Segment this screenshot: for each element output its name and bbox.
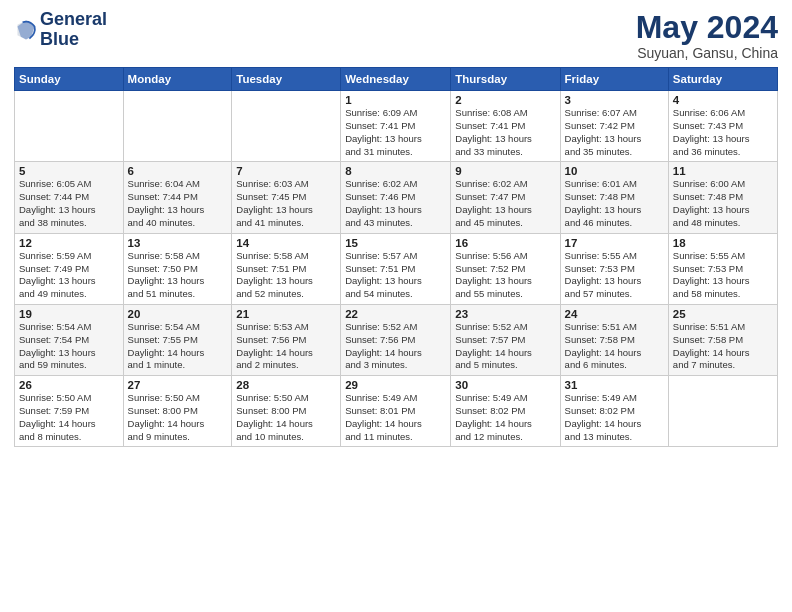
day-number: 5 — [19, 165, 119, 177]
day-info: Sunrise: 5:58 AM Sunset: 7:51 PM Dayligh… — [236, 250, 336, 301]
day-info: Sunrise: 5:49 AM Sunset: 8:02 PM Dayligh… — [455, 392, 555, 443]
day-number: 6 — [128, 165, 228, 177]
calendar-cell: 27Sunrise: 5:50 AM Sunset: 8:00 PM Dayli… — [123, 376, 232, 447]
day-number: 13 — [128, 237, 228, 249]
logo-icon — [14, 18, 38, 42]
calendar-week-3: 12Sunrise: 5:59 AM Sunset: 7:49 PM Dayli… — [15, 233, 778, 304]
calendar-cell: 30Sunrise: 5:49 AM Sunset: 8:02 PM Dayli… — [451, 376, 560, 447]
day-info: Sunrise: 6:02 AM Sunset: 7:47 PM Dayligh… — [455, 178, 555, 229]
day-number: 30 — [455, 379, 555, 391]
calendar-cell: 28Sunrise: 5:50 AM Sunset: 8:00 PM Dayli… — [232, 376, 341, 447]
day-info: Sunrise: 6:07 AM Sunset: 7:42 PM Dayligh… — [565, 107, 664, 158]
day-info: Sunrise: 5:57 AM Sunset: 7:51 PM Dayligh… — [345, 250, 446, 301]
day-info: Sunrise: 6:04 AM Sunset: 7:44 PM Dayligh… — [128, 178, 228, 229]
day-number: 4 — [673, 94, 773, 106]
calendar-cell: 7Sunrise: 6:03 AM Sunset: 7:45 PM Daylig… — [232, 162, 341, 233]
location: Suyuan, Gansu, China — [636, 45, 778, 61]
day-info: Sunrise: 6:02 AM Sunset: 7:46 PM Dayligh… — [345, 178, 446, 229]
calendar-cell: 17Sunrise: 5:55 AM Sunset: 7:53 PM Dayli… — [560, 233, 668, 304]
calendar-cell: 1Sunrise: 6:09 AM Sunset: 7:41 PM Daylig… — [341, 91, 451, 162]
day-number: 31 — [565, 379, 664, 391]
day-info: Sunrise: 6:03 AM Sunset: 7:45 PM Dayligh… — [236, 178, 336, 229]
day-info: Sunrise: 6:09 AM Sunset: 7:41 PM Dayligh… — [345, 107, 446, 158]
calendar-week-5: 26Sunrise: 5:50 AM Sunset: 7:59 PM Dayli… — [15, 376, 778, 447]
calendar-cell: 26Sunrise: 5:50 AM Sunset: 7:59 PM Dayli… — [15, 376, 124, 447]
calendar-cell: 6Sunrise: 6:04 AM Sunset: 7:44 PM Daylig… — [123, 162, 232, 233]
day-number: 27 — [128, 379, 228, 391]
day-info: Sunrise: 5:51 AM Sunset: 7:58 PM Dayligh… — [673, 321, 773, 372]
day-number: 7 — [236, 165, 336, 177]
logo: General Blue — [14, 10, 107, 50]
day-number: 28 — [236, 379, 336, 391]
calendar-cell: 3Sunrise: 6:07 AM Sunset: 7:42 PM Daylig… — [560, 91, 668, 162]
col-thursday: Thursday — [451, 68, 560, 91]
day-info: Sunrise: 5:54 AM Sunset: 7:54 PM Dayligh… — [19, 321, 119, 372]
calendar-cell: 21Sunrise: 5:53 AM Sunset: 7:56 PM Dayli… — [232, 304, 341, 375]
day-number: 18 — [673, 237, 773, 249]
calendar-cell: 20Sunrise: 5:54 AM Sunset: 7:55 PM Dayli… — [123, 304, 232, 375]
day-number: 23 — [455, 308, 555, 320]
title-block: May 2024 Suyuan, Gansu, China — [636, 10, 778, 61]
calendar-cell — [232, 91, 341, 162]
day-number: 16 — [455, 237, 555, 249]
day-info: Sunrise: 5:55 AM Sunset: 7:53 PM Dayligh… — [673, 250, 773, 301]
calendar-cell — [668, 376, 777, 447]
calendar-cell: 9Sunrise: 6:02 AM Sunset: 7:47 PM Daylig… — [451, 162, 560, 233]
calendar-cell: 29Sunrise: 5:49 AM Sunset: 8:01 PM Dayli… — [341, 376, 451, 447]
calendar-cell: 18Sunrise: 5:55 AM Sunset: 7:53 PM Dayli… — [668, 233, 777, 304]
day-info: Sunrise: 6:01 AM Sunset: 7:48 PM Dayligh… — [565, 178, 664, 229]
day-info: Sunrise: 5:58 AM Sunset: 7:50 PM Dayligh… — [128, 250, 228, 301]
day-number: 19 — [19, 308, 119, 320]
day-number: 22 — [345, 308, 446, 320]
logo-line2: Blue — [40, 30, 107, 50]
day-number: 25 — [673, 308, 773, 320]
calendar-cell: 22Sunrise: 5:52 AM Sunset: 7:56 PM Dayli… — [341, 304, 451, 375]
day-number: 2 — [455, 94, 555, 106]
calendar-cell: 16Sunrise: 5:56 AM Sunset: 7:52 PM Dayli… — [451, 233, 560, 304]
month-title: May 2024 — [636, 10, 778, 45]
logo-line1: General — [40, 10, 107, 30]
col-tuesday: Tuesday — [232, 68, 341, 91]
day-number: 3 — [565, 94, 664, 106]
calendar-page: General Blue May 2024 Suyuan, Gansu, Chi… — [0, 0, 792, 612]
day-info: Sunrise: 5:50 AM Sunset: 8:00 PM Dayligh… — [236, 392, 336, 443]
day-info: Sunrise: 5:52 AM Sunset: 7:57 PM Dayligh… — [455, 321, 555, 372]
day-info: Sunrise: 5:56 AM Sunset: 7:52 PM Dayligh… — [455, 250, 555, 301]
day-info: Sunrise: 5:50 AM Sunset: 7:59 PM Dayligh… — [19, 392, 119, 443]
day-number: 12 — [19, 237, 119, 249]
calendar-cell: 12Sunrise: 5:59 AM Sunset: 7:49 PM Dayli… — [15, 233, 124, 304]
calendar-table: Sunday Monday Tuesday Wednesday Thursday… — [14, 67, 778, 447]
day-info: Sunrise: 5:51 AM Sunset: 7:58 PM Dayligh… — [565, 321, 664, 372]
calendar-cell: 25Sunrise: 5:51 AM Sunset: 7:58 PM Dayli… — [668, 304, 777, 375]
day-info: Sunrise: 5:53 AM Sunset: 7:56 PM Dayligh… — [236, 321, 336, 372]
calendar-cell: 11Sunrise: 6:00 AM Sunset: 7:48 PM Dayli… — [668, 162, 777, 233]
day-number: 21 — [236, 308, 336, 320]
calendar-cell: 23Sunrise: 5:52 AM Sunset: 7:57 PM Dayli… — [451, 304, 560, 375]
calendar-cell: 15Sunrise: 5:57 AM Sunset: 7:51 PM Dayli… — [341, 233, 451, 304]
calendar-week-2: 5Sunrise: 6:05 AM Sunset: 7:44 PM Daylig… — [15, 162, 778, 233]
calendar-cell: 5Sunrise: 6:05 AM Sunset: 7:44 PM Daylig… — [15, 162, 124, 233]
header-row: Sunday Monday Tuesday Wednesday Thursday… — [15, 68, 778, 91]
day-info: Sunrise: 5:49 AM Sunset: 8:01 PM Dayligh… — [345, 392, 446, 443]
day-number: 14 — [236, 237, 336, 249]
calendar-cell: 13Sunrise: 5:58 AM Sunset: 7:50 PM Dayli… — [123, 233, 232, 304]
calendar-cell — [123, 91, 232, 162]
day-info: Sunrise: 6:05 AM Sunset: 7:44 PM Dayligh… — [19, 178, 119, 229]
day-info: Sunrise: 5:59 AM Sunset: 7:49 PM Dayligh… — [19, 250, 119, 301]
day-number: 1 — [345, 94, 446, 106]
calendar-cell: 4Sunrise: 6:06 AM Sunset: 7:43 PM Daylig… — [668, 91, 777, 162]
day-info: Sunrise: 6:08 AM Sunset: 7:41 PM Dayligh… — [455, 107, 555, 158]
day-info: Sunrise: 5:54 AM Sunset: 7:55 PM Dayligh… — [128, 321, 228, 372]
col-monday: Monday — [123, 68, 232, 91]
col-friday: Friday — [560, 68, 668, 91]
day-number: 29 — [345, 379, 446, 391]
calendar-cell: 8Sunrise: 6:02 AM Sunset: 7:46 PM Daylig… — [341, 162, 451, 233]
calendar-cell: 10Sunrise: 6:01 AM Sunset: 7:48 PM Dayli… — [560, 162, 668, 233]
calendar-week-4: 19Sunrise: 5:54 AM Sunset: 7:54 PM Dayli… — [15, 304, 778, 375]
day-info: Sunrise: 5:55 AM Sunset: 7:53 PM Dayligh… — [565, 250, 664, 301]
day-number: 9 — [455, 165, 555, 177]
calendar-cell: 24Sunrise: 5:51 AM Sunset: 7:58 PM Dayli… — [560, 304, 668, 375]
calendar-cell: 14Sunrise: 5:58 AM Sunset: 7:51 PM Dayli… — [232, 233, 341, 304]
day-number: 8 — [345, 165, 446, 177]
col-sunday: Sunday — [15, 68, 124, 91]
